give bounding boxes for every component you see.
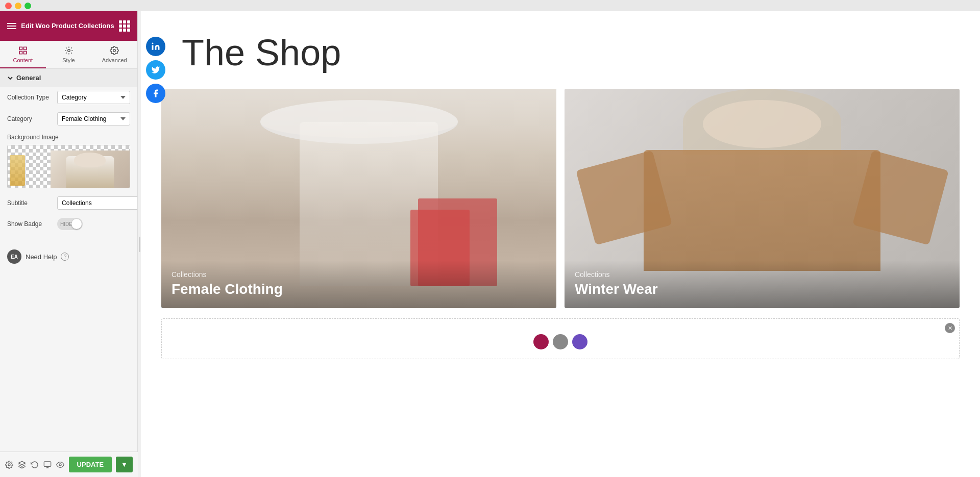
svg-point-5 <box>113 49 116 52</box>
ea-badge: EA <box>7 249 21 264</box>
dot-gray[interactable] <box>553 334 568 349</box>
bottom-dots <box>533 334 587 354</box>
collection-card-female-clothing[interactable]: Collections Female Clothing <box>161 89 556 308</box>
svg-point-4 <box>67 49 70 52</box>
card-overlay-female: Collections Female Clothing <box>161 260 556 308</box>
category-label: Category <box>7 115 53 122</box>
need-help-section: EA Need Help ? <box>0 234 137 270</box>
card-name-female: Female Clothing <box>172 281 546 298</box>
update-button[interactable]: UPDATE <box>69 457 112 472</box>
collection-type-row: Collection Type Category Tag Custom <box>0 87 137 108</box>
chevron-down-icon <box>7 75 13 81</box>
minimize-button[interactable] <box>15 3 21 9</box>
help-icon[interactable]: ? <box>61 253 69 261</box>
linkedin-button[interactable] <box>146 37 165 56</box>
show-badge-toggle[interactable]: HIDE <box>57 218 83 230</box>
svg-point-9 <box>8 464 10 466</box>
show-badge-row: Show Badge HIDE <box>0 214 137 234</box>
social-bar <box>141 32 170 108</box>
panel-tabs: Content Style Advanced <box>0 41 137 69</box>
show-badge-label: Show Badge <box>7 220 53 228</box>
main-inner: The Shop Col <box>141 11 980 477</box>
dot-red[interactable] <box>533 334 549 349</box>
toggle-knob <box>71 219 82 229</box>
collection-type-select[interactable]: Category Tag Custom <box>57 91 130 104</box>
subtitle-input-wrap <box>57 196 137 210</box>
window-chrome <box>0 0 980 11</box>
maximize-button[interactable] <box>24 3 31 9</box>
svg-point-15 <box>152 43 154 44</box>
category-select[interactable]: Female Clothing Winter Wear Summer Colle… <box>57 112 130 125</box>
toggle-text: HIDE <box>60 221 72 227</box>
svg-rect-3 <box>23 52 26 54</box>
left-panel: Edit Woo Product Collections Content Sty… <box>0 11 138 477</box>
hamburger-icon[interactable] <box>7 23 16 29</box>
card-subtitle-winter: Collections <box>575 270 949 279</box>
dot-purple[interactable] <box>572 334 587 349</box>
panel-header: Edit Woo Product Collections <box>0 11 137 41</box>
card-overlay-winter: Collections Winter Wear <box>565 260 960 308</box>
update-arrow-button[interactable]: ▼ <box>116 457 133 472</box>
twitter-button[interactable] <box>146 60 165 80</box>
background-image-thumb[interactable] <box>7 145 130 188</box>
svg-rect-0 <box>19 47 22 49</box>
settings-icon[interactable] <box>5 458 14 472</box>
tab-style[interactable]: Style <box>46 41 92 68</box>
background-image-label: Background Image <box>7 134 130 141</box>
undo-icon[interactable] <box>31 458 39 472</box>
toggle-wrap: HIDE <box>57 218 83 230</box>
main-area: The Shop Col <box>141 11 980 477</box>
svg-rect-1 <box>23 47 26 49</box>
close-section-button[interactable]: ✕ <box>945 323 955 333</box>
shop-title: The Shop <box>182 32 939 73</box>
bottom-section: ✕ <box>161 318 960 359</box>
collection-type-label: Collection Type <box>7 94 53 101</box>
facebook-button[interactable] <box>146 84 165 103</box>
category-row: Category Female Clothing Winter Wear Sum… <box>0 108 137 130</box>
svg-marker-10 <box>19 461 26 465</box>
collection-card-winter-wear[interactable]: Collections Winter Wear <box>565 89 960 308</box>
collections-grid: Collections Female Clothing <box>141 84 980 313</box>
need-help-text: Need Help <box>26 253 57 261</box>
subtitle-input[interactable] <box>57 196 137 210</box>
general-section-header[interactable]: General <box>0 69 137 87</box>
eye-icon[interactable] <box>56 458 65 472</box>
layers-icon[interactable] <box>18 458 27 472</box>
desktop-icon[interactable] <box>43 458 52 472</box>
panel-content: General Collection Type Category Tag Cus… <box>0 69 137 477</box>
svg-rect-2 <box>19 52 22 54</box>
bottom-bar: UPDATE ▼ <box>0 451 138 477</box>
shop-header: The Shop <box>141 11 980 84</box>
panel-title: Edit Woo Product Collections <box>16 21 119 31</box>
close-button[interactable] <box>5 3 12 9</box>
tab-advanced[interactable]: Advanced <box>91 41 137 68</box>
subtitle-label: Subtitle <box>7 199 53 207</box>
background-image-section: Background Image <box>0 130 137 192</box>
card-name-winter: Winter Wear <box>575 281 949 298</box>
svg-point-14 <box>59 464 61 466</box>
grid-icon[interactable] <box>119 20 130 32</box>
svg-rect-11 <box>44 462 51 466</box>
tab-content[interactable]: Content <box>0 41 46 68</box>
subtitle-row: Subtitle <box>0 192 137 214</box>
card-subtitle-female: Collections <box>172 270 546 279</box>
